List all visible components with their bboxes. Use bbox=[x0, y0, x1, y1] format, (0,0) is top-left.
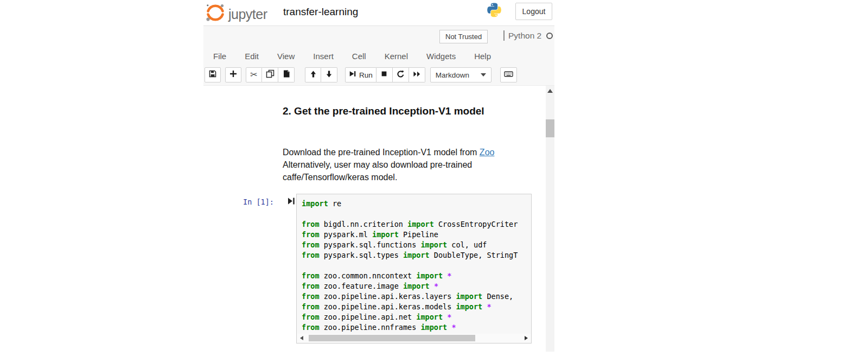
trust-status-badge[interactable]: Not Trusted bbox=[439, 30, 488, 43]
scroll-up-icon[interactable] bbox=[547, 89, 553, 93]
menu-item-view[interactable]: View bbox=[268, 48, 304, 65]
code-line: import re bbox=[302, 199, 531, 209]
run-button-label: Run bbox=[359, 71, 373, 79]
scroll-left-icon[interactable] bbox=[300, 336, 303, 340]
python-logo-icon bbox=[486, 3, 503, 20]
menubar: FileEditViewInsertCellKernelWidgetsHelp bbox=[204, 48, 500, 65]
kernel-name: Python 2 bbox=[508, 31, 541, 41]
paragraph-text-1: Download the pre-trained Inception-V1 mo… bbox=[283, 148, 480, 157]
copy-icon bbox=[266, 69, 275, 80]
markdown-heading: 2. Get the pre-trained Inception-V1 mode… bbox=[283, 105, 489, 117]
vertical-scrollbar-thumb[interactable] bbox=[546, 119, 554, 137]
zoo-link[interactable]: Zoo bbox=[480, 148, 495, 157]
kernel-indicator-box: Python 2 bbox=[503, 30, 553, 41]
menu-item-file[interactable]: File bbox=[204, 48, 235, 65]
plus-icon bbox=[229, 69, 238, 80]
code-line: from zoo.feature.image import * bbox=[302, 281, 531, 291]
code-line: from zoo.pipeline.nnframes import * bbox=[302, 322, 531, 333]
cell-type-dropdown[interactable]: Markdown bbox=[430, 67, 492, 82]
code-line: from pyspark.ml import Pipeline bbox=[302, 230, 531, 240]
vertical-scrollbar[interactable] bbox=[546, 86, 554, 352]
menu-item-widgets[interactable]: Widgets bbox=[417, 48, 465, 65]
horizontal-scrollbar-thumb[interactable] bbox=[309, 335, 475, 341]
menu-item-kernel[interactable]: Kernel bbox=[375, 48, 417, 65]
jupyter-app: jupyter transfer-learning Logout Not Tru… bbox=[203, 0, 554, 356]
refresh-icon bbox=[397, 70, 405, 80]
run-cell-icon[interactable] bbox=[288, 197, 295, 207]
arrow-up-icon bbox=[309, 70, 317, 80]
header: jupyter transfer-learning Logout bbox=[203, 0, 554, 25]
run-button[interactable]: Run bbox=[345, 67, 376, 82]
jupyter-logo-text: jupyter bbox=[228, 7, 267, 22]
stop-icon bbox=[380, 70, 388, 80]
code-line: from zoo.pipeline.api.keras.layers impor… bbox=[302, 291, 531, 302]
jupyter-logo-icon bbox=[205, 3, 226, 24]
restart-kernel-button[interactable] bbox=[393, 67, 409, 82]
restart-run-all-button[interactable] bbox=[409, 67, 425, 82]
cut-button[interactable]: ✂ bbox=[246, 67, 262, 82]
scroll-right-icon[interactable] bbox=[525, 336, 528, 340]
code-line bbox=[302, 260, 531, 271]
interrupt-kernel-button[interactable] bbox=[376, 67, 393, 82]
code-line: from bigdl.nn.criterion import CrossEntr… bbox=[302, 219, 531, 230]
menu-item-cell[interactable]: Cell bbox=[343, 48, 375, 65]
add-cell-button[interactable] bbox=[225, 67, 241, 82]
horizontal-scrollbar[interactable] bbox=[297, 334, 531, 342]
kernel-separator bbox=[503, 30, 505, 41]
code-line: from zoo.pipeline.api.keras.models impor… bbox=[302, 302, 531, 312]
markdown-paragraph: Download the pre-trained Inception-V1 mo… bbox=[283, 146, 516, 183]
notebook-title[interactable]: transfer-learning bbox=[283, 6, 358, 18]
code-line bbox=[302, 209, 531, 219]
save-icon bbox=[208, 69, 217, 80]
fast-forward-icon bbox=[413, 70, 421, 80]
cell-input-prompt: In [1]: bbox=[243, 198, 274, 206]
code-line: from pyspark.sql.types import DoubleType… bbox=[302, 250, 531, 260]
arrow-down-icon bbox=[325, 70, 333, 80]
code-line: from pyspark.sql.functions import col, u… bbox=[302, 240, 531, 250]
code-line: from zoo.common.nncontext import * bbox=[302, 271, 531, 281]
paste-button[interactable] bbox=[278, 67, 295, 82]
kernel-idle-icon bbox=[546, 33, 553, 39]
menu-item-edit[interactable]: Edit bbox=[235, 48, 268, 65]
chevron-down-icon bbox=[481, 73, 486, 77]
move-cell-down-button[interactable] bbox=[321, 67, 337, 82]
code-line: from zoo.pipeline.api.net import * bbox=[302, 312, 531, 322]
code-editor[interactable]: import re from bigdl.nn.criterion import… bbox=[296, 194, 532, 344]
paste-icon bbox=[282, 69, 291, 80]
menu-item-help[interactable]: Help bbox=[465, 48, 500, 65]
code-lines: import re from bigdl.nn.criterion import… bbox=[297, 194, 531, 333]
logout-button[interactable]: Logout bbox=[515, 3, 552, 20]
jupyter-logo[interactable]: jupyter bbox=[205, 3, 267, 24]
step-forward-icon bbox=[349, 70, 356, 80]
toolbar: ✂ bbox=[205, 67, 521, 83]
cell-type-value: Markdown bbox=[436, 71, 469, 79]
menu-item-insert[interactable]: Insert bbox=[304, 48, 343, 65]
keyboard-icon bbox=[504, 69, 513, 80]
save-button[interactable] bbox=[205, 67, 221, 82]
scissors-icon: ✂ bbox=[250, 71, 257, 79]
notebook-container: 2. Get the pre-trained Inception-V1 mode… bbox=[203, 86, 554, 356]
paragraph-text-2: Alternatively, user may also download pr… bbox=[283, 160, 472, 182]
copy-button[interactable] bbox=[262, 67, 278, 82]
command-palette-button[interactable] bbox=[500, 67, 517, 82]
menu-panel: Not Trusted Python 2 FileEditViewInsertC… bbox=[203, 26, 554, 86]
move-cell-up-button[interactable] bbox=[305, 67, 321, 82]
